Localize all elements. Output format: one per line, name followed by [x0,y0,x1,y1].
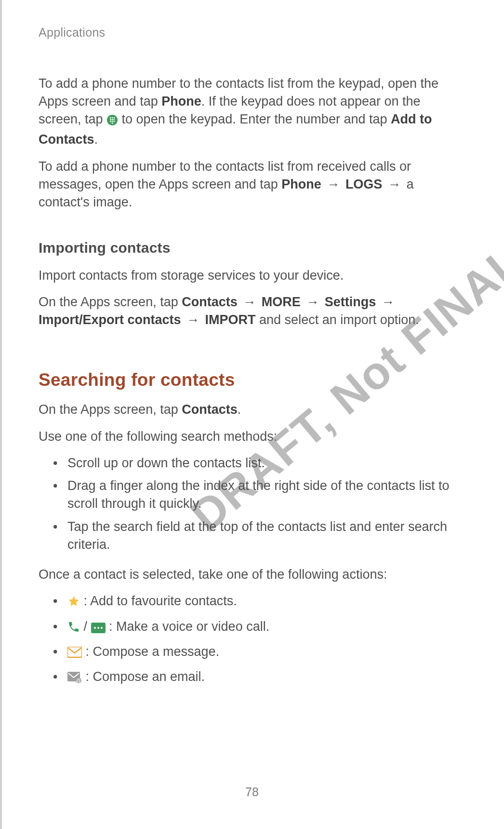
list-item: : Compose a message. [53,643,465,663]
svg-rect-1 [110,117,111,119]
text: : Make a voice or video call. [106,619,270,634]
svg-rect-4 [110,119,111,121]
arrow-icon: → [321,177,345,191]
text: On the Apps screen, tap [39,402,182,417]
text: . [94,132,98,147]
text: . [238,402,241,417]
svg-rect-3 [114,117,115,119]
message-icon [67,645,82,663]
svg-point-13 [97,627,99,629]
svg-text:@: @ [76,678,81,683]
svg-point-12 [94,627,96,629]
heading-importing-contacts: Importing contacts [39,238,465,258]
text: / [80,619,91,634]
paragraph-actions-intro: Once a contact is selected, take one of … [39,566,465,584]
bold-contacts: Contacts [182,295,238,309]
svg-rect-6 [114,119,115,121]
phone-icon [67,620,80,638]
bold-more: MORE [262,295,301,309]
heading-searching-contacts: Searching for contacts [39,367,465,392]
svg-rect-15 [67,647,82,657]
text: Scroll up or down the contacts list. [67,456,265,470]
arrow-icon: → [301,295,325,309]
svg-rect-10 [112,122,113,124]
list-item: @ : Compose an email. [53,668,465,688]
bold-phone: Phone [161,94,201,109]
page-header: Applications [39,24,465,41]
text: : Compose an email. [82,669,205,684]
paragraph-add-from-logs: To add a phone number to the contacts li… [39,158,465,212]
arrow-icon: → [382,177,406,191]
list-item: : Add to favourite contacts. [53,592,465,612]
contact-actions-list: : Add to favourite contacts. / : Make a … [39,592,465,688]
page-number: 78 [0,784,504,801]
svg-rect-8 [112,121,113,122]
bold-settings: Settings [325,295,376,309]
arrow-icon: → [376,295,397,309]
page-left-border [0,0,2,829]
text: : Compose a message. [82,644,219,659]
text: and select an import option. [256,313,419,327]
email-icon: @ [67,670,82,688]
list-item: Scroll up or down the contacts list. [53,454,465,472]
search-methods-list: Scroll up or down the contacts list. Dra… [39,454,465,554]
paragraph-import-steps: On the Apps screen, tap Contacts → MORE … [39,293,465,329]
bold-phone: Phone [281,177,321,191]
text: : Add to favourite contacts. [80,594,237,608]
bold-import-export: Import/Export contacts [39,313,181,327]
svg-rect-5 [112,119,113,121]
arrow-icon: → [181,313,205,327]
text: On the Apps screen, tap [39,295,182,309]
text: Drag a finger along the index at the rig… [67,478,449,511]
bold-import: IMPORT [205,313,256,327]
svg-rect-9 [114,121,115,122]
arrow-icon: → [238,295,262,309]
text: to open the keypad. Enter the number and… [118,112,391,126]
bold-logs: LOGS [345,177,383,191]
list-item: Tap the search field at the top of the c… [53,518,465,554]
document-page: Applications DRAFT, Not FINAL To add a p… [0,0,504,829]
paragraph-import-intro: Import contacts from storage services to… [39,267,465,285]
star-icon [67,595,80,612]
paragraph-add-from-keypad: To add a phone number to the contacts li… [39,75,465,149]
keypad-icon [106,113,118,131]
video-icon [91,620,106,638]
paragraph-search-methods-intro: Use one of the following search methods: [39,428,465,446]
list-item: Drag a finger along the index at the rig… [53,477,465,513]
paragraph-search-open: On the Apps screen, tap Contacts. [39,401,465,419]
text: Tap the search field at the top of the c… [67,519,447,552]
svg-rect-2 [112,117,113,119]
svg-rect-7 [110,121,111,122]
list-item: / : Make a voice or video call. [53,618,465,638]
svg-point-14 [101,627,103,629]
bold-contacts: Contacts [182,402,238,417]
